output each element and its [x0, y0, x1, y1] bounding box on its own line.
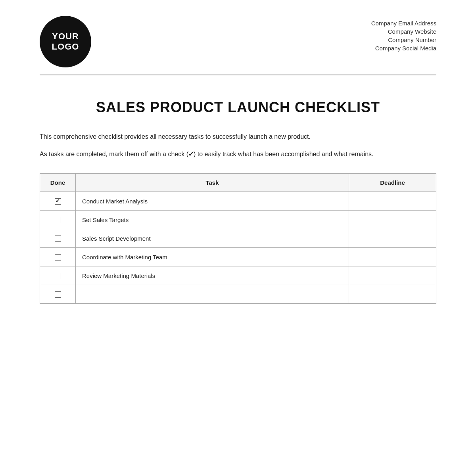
deadline-cell-1 — [349, 211, 436, 229]
col-header-task: Task — [76, 174, 349, 192]
logo: YOUR LOGO — [40, 16, 91, 67]
task-cell-4: Review Marketing Materials — [76, 266, 349, 285]
document-title: SALES PRODUCT LAUNCH CHECKLIST — [40, 99, 436, 116]
table-header-row: Done Task Deadline — [40, 174, 436, 192]
col-header-done: Done — [40, 174, 76, 192]
company-info-item-2: Company Number — [388, 36, 436, 43]
logo-line2: LOGO — [52, 42, 79, 52]
checkbox-5[interactable] — [55, 291, 61, 298]
checkbox-0[interactable] — [55, 198, 61, 205]
deadline-cell-5 — [349, 285, 436, 304]
deadline-cell-3 — [349, 248, 436, 266]
header-divider — [40, 75, 436, 75]
table-row: Coordinate with Marketing Team — [40, 248, 436, 266]
task-cell-2: Sales Script Development — [76, 229, 349, 248]
col-header-deadline: Deadline — [349, 174, 436, 192]
page: YOUR LOGO Company Email AddressCompany W… — [0, 0, 476, 475]
checkbox-2[interactable] — [55, 236, 61, 242]
task-cell-5 — [76, 285, 349, 304]
task-cell-0: Conduct Market Analysis — [76, 192, 349, 211]
table-row: Set Sales Targets — [40, 211, 436, 229]
checklist-table: Done Task Deadline Conduct Market Analys… — [40, 173, 436, 304]
done-cell-5[interactable] — [40, 285, 76, 304]
checkbox-3[interactable] — [55, 254, 61, 260]
done-cell-4[interactable] — [40, 266, 76, 285]
done-cell-1[interactable] — [40, 211, 76, 229]
checkbox-1[interactable] — [55, 217, 61, 223]
company-info-item-1: Company Website — [388, 28, 436, 35]
task-cell-1: Set Sales Targets — [76, 211, 349, 229]
task-cell-3: Coordinate with Marketing Team — [76, 248, 349, 266]
description-2: As tasks are completed, mark them off wi… — [40, 149, 436, 159]
table-row: Sales Script Development — [40, 229, 436, 248]
done-cell-3[interactable] — [40, 248, 76, 266]
logo-line1: YOUR — [52, 31, 79, 42]
company-info-item-3: Company Social Media — [375, 45, 436, 52]
table-row — [40, 285, 436, 304]
checkbox-4[interactable] — [55, 273, 61, 279]
done-cell-2[interactable] — [40, 229, 76, 248]
header: YOUR LOGO Company Email AddressCompany W… — [40, 16, 436, 67]
table-row: Conduct Market Analysis — [40, 192, 436, 211]
description-1: This comprehensive checklist provides al… — [40, 132, 436, 142]
company-info-item-0: Company Email Address — [371, 20, 436, 27]
deadline-cell-2 — [349, 229, 436, 248]
deadline-cell-4 — [349, 266, 436, 285]
table-row: Review Marketing Materials — [40, 266, 436, 285]
company-info: Company Email AddressCompany WebsiteComp… — [371, 20, 436, 52]
deadline-cell-0 — [349, 192, 436, 211]
done-cell-0[interactable] — [40, 192, 76, 211]
